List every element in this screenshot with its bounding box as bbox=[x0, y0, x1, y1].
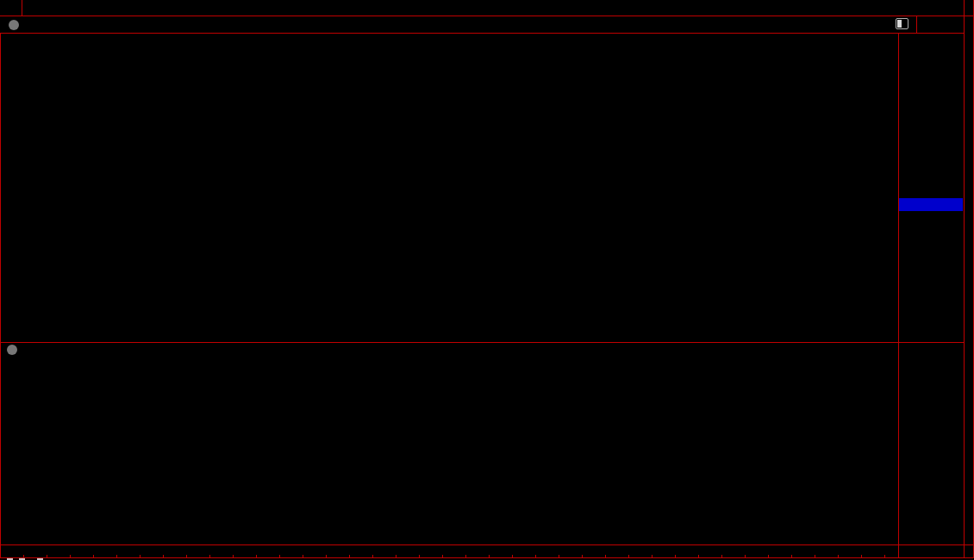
chevron-down-icon[interactable] bbox=[9, 20, 19, 30]
chart-frame-left bbox=[0, 33, 1, 558]
title-icons bbox=[888, 18, 908, 29]
right-vertical-strip[interactable] bbox=[964, 0, 973, 560]
last-price-tag bbox=[899, 198, 963, 211]
time-axis[interactable] bbox=[0, 544, 974, 558]
minor-ticks bbox=[0, 555, 899, 557]
chart-frame-top bbox=[0, 33, 964, 34]
trading-app-window bbox=[0, 0, 974, 560]
period-tabs bbox=[22, 0, 28, 16]
panel-separator-line bbox=[0, 342, 964, 343]
indicator-chart bbox=[0, 343, 964, 544]
window-split-icon[interactable] bbox=[0, 0, 22, 16]
candlestick-chart bbox=[0, 33, 964, 336]
title-separator-line bbox=[916, 16, 917, 33]
titlebar bbox=[0, 16, 974, 33]
axis-separator-line bbox=[898, 33, 899, 558]
indicator-header bbox=[3, 344, 27, 356]
period-toolbar bbox=[0, 0, 974, 16]
panel-layout-icon[interactable] bbox=[896, 18, 908, 29]
collapse-icon[interactable] bbox=[7, 345, 17, 355]
